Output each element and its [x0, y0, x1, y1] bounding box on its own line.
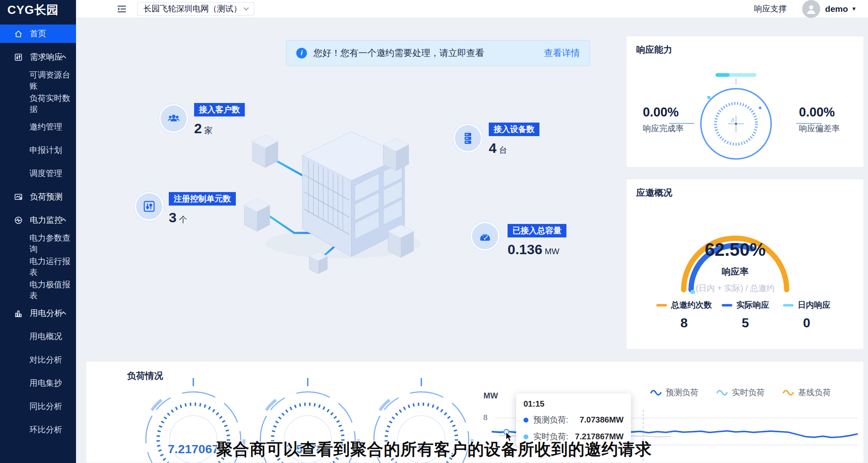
avatar[interactable] — [802, 0, 820, 18]
legend-value: 0 — [776, 315, 837, 331]
sidebar-item-label: 需求响应 — [30, 51, 63, 63]
deviation-rate-label: 响应偏差率 — [799, 123, 860, 134]
legend-value: 8 — [653, 315, 715, 331]
legend-dash — [656, 304, 667, 306]
sidebar: CYG长园 首页需求响应可调资源台账负荷实时数据邀约管理申报计划调度管理负荷预测… — [0, 0, 76, 463]
sidebar-subitem-用电概况[interactable]: 用电概况 — [0, 327, 76, 346]
legend-item-top: 实际响应 — [715, 300, 776, 311]
stat-已接入总容量: 已接入总容量0.136MW — [508, 224, 566, 257]
invitation-legend: 总邀约次数8实际响应5日内响应0 — [626, 300, 864, 331]
sidebar-subitem-同比分析[interactable]: 同比分析 — [0, 397, 76, 416]
stat-value-row: 3个 — [169, 210, 236, 226]
chevron-down-icon — [244, 5, 249, 11]
usage-analysis-icon — [14, 309, 23, 318]
stat-value: 0.136 — [508, 242, 542, 257]
invitation-overview-title: 应邀概况 — [636, 187, 672, 199]
sidebar-item-label: 负荷预测 — [30, 191, 63, 202]
stat-label-badge: 注册控制单元数 — [169, 192, 236, 206]
sidebar-item-用电分析[interactable]: 用电分析 — [0, 304, 76, 322]
collapse-sidebar-icon[interactable] — [117, 5, 127, 13]
chart-legend-预测负荷[interactable]: 预测负荷 — [650, 387, 698, 398]
legend-label: 实际响应 — [736, 300, 769, 309]
y-axis-unit: MW — [483, 391, 498, 400]
invitation-banner: i 您好！您有一个邀约需要处理，请立即查看 查看详情 — [286, 40, 590, 66]
org-selector-value: 长园飞轮深圳电网（测试） — [143, 3, 242, 14]
wave-icon — [783, 389, 794, 396]
banner-detail-link[interactable]: 查看详情 — [544, 47, 580, 59]
banner-message: 您好！您有一个邀约需要处理，请立即查看 — [313, 47, 484, 59]
sidebar-item-label: 首页 — [30, 28, 46, 39]
sidebar-subitem-申报计划[interactable]: 申报计划 — [0, 141, 76, 159]
sidebar-item-label: 电力监控 — [30, 215, 63, 226]
sidebar-subitem-电力极值报表[interactable]: 电力极值报表 — [0, 281, 76, 299]
home-icon — [14, 29, 23, 38]
completion-rate-value: 0.00% — [643, 105, 704, 120]
invitation-gauge-center: 62.50% 响应率 (日内 + 实际) / 总邀约 — [670, 239, 801, 294]
chart-legend-label: 实时负荷 — [732, 387, 765, 398]
wave-icon — [650, 389, 662, 396]
legend-dash — [783, 304, 794, 306]
chart-legend-实时负荷[interactable]: 实时负荷 — [716, 387, 765, 398]
customers-icon — [159, 104, 188, 133]
tooltip-series-value: 7.07386MW — [579, 415, 624, 425]
sidebar-subitem-邀约管理[interactable]: 邀约管理 — [0, 118, 76, 136]
mouse-cursor — [505, 432, 514, 444]
legend-item-总邀约次数: 总邀约次数8 — [653, 300, 715, 331]
response-rate-label: 响应率 — [670, 266, 801, 278]
sidebar-item-首页[interactable]: 首页 — [0, 25, 76, 43]
sidebar-item-需求响应[interactable]: 需求响应 — [0, 48, 76, 66]
stat-value: 3 — [169, 210, 177, 225]
chart-legend-label: 基线负荷 — [798, 387, 831, 398]
user-menu-caret-icon[interactable]: ▼ — [851, 6, 857, 12]
load-forecast-icon — [14, 192, 23, 201]
invitation-overview-card: 应邀概况 62.50% 响应率 (日内 + 实际) / 总邀约 总邀约次数8实际… — [626, 179, 864, 349]
sidebar-subitem-调度管理[interactable]: 调度管理 — [0, 164, 76, 183]
topbar-right: 响应支撑 demo ▼ — [754, 0, 857, 18]
power-monitor-icon — [14, 216, 23, 225]
stat-unit: 家 — [204, 126, 213, 135]
response-capability-card: 响应能力 0.00% 响应完成率 0.00% 响应偏差率 — [626, 36, 864, 168]
support-link[interactable]: 响应支撑 — [754, 3, 787, 14]
username[interactable]: demo — [825, 4, 848, 14]
stat-value-row: 4台 — [489, 140, 539, 156]
stat-接入设备数: 接入设备数4台 — [489, 123, 539, 156]
legend-label: 总邀约次数 — [671, 300, 712, 309]
response-capability-title: 响应能力 — [636, 44, 672, 56]
sidebar-nav: 首页需求响应可调资源台账负荷实时数据邀约管理申报计划调度管理负荷预测电力监控电力… — [0, 20, 76, 439]
stat-label-badge: 已接入总容量 — [508, 224, 566, 237]
legend-label: 日内响应 — [798, 300, 830, 309]
stat-unit: MW — [545, 247, 559, 256]
sidebar-item-电力监控[interactable]: 电力监控 — [0, 211, 76, 229]
sidebar-subitem-电力参数查询[interactable]: 电力参数查询 — [0, 234, 76, 253]
org-selector-dropdown[interactable]: 长园飞轮深圳电网（测试） — [137, 2, 254, 16]
sidebar-item-负荷预测[interactable]: 负荷预测 — [0, 188, 76, 206]
app-frame: CYG长园 首页需求响应可调资源台账负荷实时数据邀约管理申报计划调度管理负荷预测… — [0, 0, 868, 463]
sidebar-subitem-可调资源台账[interactable]: 可调资源台账 — [0, 71, 76, 89]
tooltip-series-dot — [523, 418, 528, 423]
sidebar-subitem-对比分析[interactable]: 对比分析 — [0, 351, 76, 369]
server-network-illustration — [229, 114, 474, 289]
load-chart-legend: 预测负荷实时负荷基线负荷 — [650, 387, 849, 398]
topbar: 长园飞轮深圳电网（测试） 响应支撑 demo ▼ — [76, 0, 868, 18]
chart-legend-基线负荷[interactable]: 基线负荷 — [783, 387, 831, 398]
overview-card: i 您好！您有一个邀约需要处理，请立即查看 查看详情 — [86, 36, 618, 349]
sidebar-subitem-环比分析[interactable]: 环比分析 — [0, 421, 76, 439]
stat-注册控制单元数: 注册控制单元数3个 — [169, 192, 236, 226]
stat-value-row: 2家 — [194, 121, 245, 136]
sidebar-item-label: 用电分析 — [30, 308, 63, 319]
info-icon: i — [296, 48, 307, 58]
response-rate-formula: (日内 + 实际) / 总邀约 — [670, 283, 801, 294]
stat-unit: 个 — [179, 215, 187, 224]
devices-icon — [454, 124, 482, 152]
stat-value-row: 0.136MW — [508, 242, 566, 257]
brand-logo: CYG长园 — [0, 0, 76, 20]
sidebar-subitem-用电集抄[interactable]: 用电集抄 — [0, 374, 76, 392]
response-rate-value: 62.50% — [670, 239, 801, 260]
sidebar-subitem-电力运行报表[interactable]: 电力运行报表 — [0, 257, 76, 276]
tooltip-series-label: 预测负荷: — [533, 414, 568, 425]
sidebar-subitem-负荷实时数据[interactable]: 负荷实时数据 — [0, 94, 76, 113]
stat-接入客户数: 接入客户数2家 — [194, 103, 245, 136]
completion-rate-label: 响应完成率 — [643, 123, 704, 134]
demand-response-icon — [14, 53, 23, 62]
stat-value: 2 — [194, 121, 202, 136]
